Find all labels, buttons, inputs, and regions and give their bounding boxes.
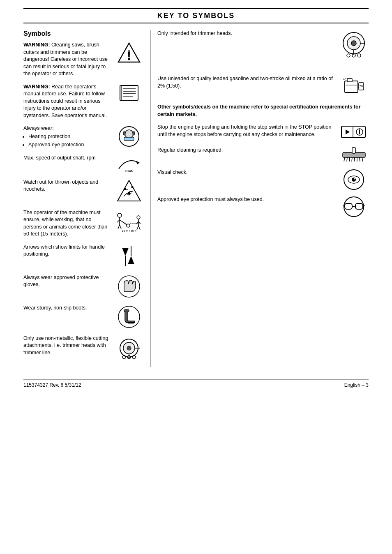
icon-protective-gloves — [114, 274, 144, 299]
svg-rect-14 — [124, 137, 134, 141]
svg-point-20 — [131, 186, 134, 188]
svg-line-83 — [354, 157, 355, 162]
svg-point-51 — [127, 346, 131, 350]
icon-max-rpm: max 10000 rpm — [114, 155, 144, 173]
distance-icon: 15 m / 50 ft — [115, 209, 143, 238]
symbol-text-operator-distance: The operator of the machine must ensure,… — [23, 209, 111, 238]
svg-rect-94 — [355, 203, 363, 209]
eye-protection-desc: Approved eye protection must always be u… — [157, 196, 264, 202]
thrown-objects-icon — [117, 179, 141, 203]
icon-stop-engine — [339, 124, 369, 141]
page-title: KEY TO SYMBOLS — [23, 8, 369, 23]
cleaning-icon — [341, 147, 367, 163]
svg-text:max: max — [125, 169, 133, 173]
icon-thrown-objects — [114, 179, 144, 203]
goggles-icon — [341, 196, 367, 217]
symbol-text-other-symbols: Other symbols/decals on the machine refe… — [157, 104, 369, 118]
max-speed-desc: Max. speed of output shaft, rpm — [23, 155, 96, 161]
svg-marker-18 — [118, 180, 141, 201]
symbol-row-always-wear: Always wear: Hearing protection Approved… — [23, 125, 144, 149]
symbol-row-warning-saws: WARNING: Clearing saws, brush-cutters an… — [23, 42, 144, 78]
svg-rect-12 — [123, 132, 125, 135]
symbol-text-warning-saws: WARNING: Clearing saws, brush-cutters an… — [23, 42, 111, 78]
icon-regular-cleaning — [339, 147, 369, 163]
main-content: Symbols WARNING: Clearing saws, brush-cu… — [23, 30, 369, 367]
protective-gloves-desc: Always wear approved protective gloves. — [23, 275, 99, 288]
symbol-row-thrown-objects: Watch out for thrown objects and ricoche… — [23, 179, 144, 203]
svg-point-45 — [118, 306, 140, 328]
footer-right: English – 3 — [344, 382, 369, 388]
trimmer-heads-only-desc: Only intended for trimmer heads. — [157, 30, 232, 36]
symbol-text-regular-cleaning: Regular cleaning is required. — [157, 147, 336, 154]
icon-boots — [114, 305, 144, 329]
symbol-row-regular-cleaning: Regular cleaning is required. — [157, 147, 369, 163]
visual-check-icon — [341, 169, 366, 190]
symbol-text-thrown-objects: Watch out for thrown objects and ricoche… — [23, 179, 111, 193]
footer-left: 115374327 Rev. 6 5/31/12 — [23, 382, 81, 388]
svg-point-59 — [351, 41, 356, 46]
svg-point-31 — [137, 216, 140, 219]
fuel-mix-icon: 1+ 50 — [341, 75, 366, 98]
arrows-handle-desc: Arrows which show limits for handle posi… — [23, 244, 105, 257]
list-item-eye: Approved eye protection — [28, 141, 111, 149]
always-wear-label: Always wear: — [23, 125, 111, 132]
svg-line-86 — [362, 157, 363, 162]
icon-manual-book — [114, 83, 144, 104]
visual-check-desc: Visual check. — [157, 169, 187, 175]
icon-trimmer-heads-only — [339, 30, 369, 59]
symbol-text-trimmer-heads-only: Only intended for trimmer heads. — [157, 30, 336, 37]
page-container: KEY TO SYMBOLS Symbols WARNING: Clearing… — [11, 0, 381, 396]
svg-rect-46 — [124, 309, 129, 312]
svg-rect-5 — [120, 85, 122, 100]
svg-line-85 — [360, 157, 360, 162]
non-metallic-desc: Only use non-metallic, flexible cutting … — [23, 335, 108, 355]
arrows-updown-icon — [119, 244, 139, 268]
svg-point-90 — [352, 178, 356, 182]
svg-line-82 — [352, 157, 352, 162]
thrown-objects-desc: Watch out for thrown objects and ricoche… — [23, 179, 98, 192]
svg-line-28 — [122, 222, 127, 225]
warning-triangle-icon: ! — [118, 42, 141, 65]
icon-warning-saws: ! — [114, 42, 144, 65]
symbol-row-unleaded-gas: Use unleaded or quality leaded gasoline … — [157, 75, 369, 98]
unleaded-gas-desc: Use unleaded or quality leaded gasoline … — [157, 76, 333, 89]
section-heading-symbols: Symbols — [23, 30, 144, 37]
icon-always-wear — [114, 125, 144, 148]
hearing-eye-protection-icon — [118, 125, 141, 148]
manual-book-icon — [118, 83, 141, 104]
svg-point-11 — [125, 130, 133, 138]
left-column: Symbols WARNING: Clearing saws, brush-cu… — [23, 30, 151, 367]
symbol-text-unleaded-gas: Use unleaded or quality leaded gasoline … — [157, 75, 336, 90]
footer-bar: 115374327 Rev. 6 5/31/12 English – 3 — [23, 379, 369, 388]
operator-distance-desc: The operator of the machine must ensure,… — [23, 210, 107, 237]
svg-rect-66 — [347, 78, 352, 82]
symbol-row-operator-distance: The operator of the machine must ensure,… — [23, 209, 144, 238]
symbol-text-non-metallic: Only use non-metallic, flexible cutting … — [23, 335, 111, 357]
svg-rect-13 — [133, 132, 135, 135]
symbol-text-always-wear: Always wear: Hearing protection Approved… — [23, 125, 111, 149]
svg-line-35 — [137, 226, 138, 230]
symbol-row-warning-manual: WARNING: Read the operator's manual befo… — [23, 83, 144, 120]
symbol-text-warning-manual: WARNING: Read the operator's manual befo… — [23, 83, 111, 120]
list-item-hearing: Hearing protection — [28, 132, 111, 141]
symbol-row-arrows-handle: Arrows which show limits for handle posi… — [23, 244, 144, 268]
symbol-row-other-symbols: Other symbols/decals on the machine refe… — [157, 104, 369, 118]
symbol-text-protective-gloves: Always wear approved protective gloves. — [23, 274, 111, 289]
svg-point-22 — [118, 213, 122, 217]
symbol-row-non-metallic: Only use non-metallic, flexible cutting … — [23, 335, 144, 361]
stop-switch-icon — [341, 124, 367, 141]
svg-line-81 — [349, 157, 350, 162]
symbol-row-protective-gloves: Always wear approved protective gloves. — [23, 274, 144, 299]
svg-line-25 — [120, 220, 122, 222]
bold-label-manual: WARNING: — [23, 84, 50, 90]
symbol-row-boots: Wear sturdy, non-slip boots. — [23, 305, 144, 329]
trimmer-head-left-icon — [116, 335, 142, 361]
svg-rect-93 — [345, 203, 352, 209]
symbol-text-visual-check: Visual check. — [157, 169, 336, 176]
symbol-row-visual-check: Visual check. — [157, 169, 369, 190]
svg-marker-40 — [128, 256, 134, 264]
boots-desc: Wear sturdy, non-slip boots. — [23, 305, 87, 311]
svg-line-79 — [344, 157, 345, 162]
icon-unleaded-gas: 1+ 50 — [339, 75, 369, 98]
svg-rect-65 — [345, 81, 358, 92]
